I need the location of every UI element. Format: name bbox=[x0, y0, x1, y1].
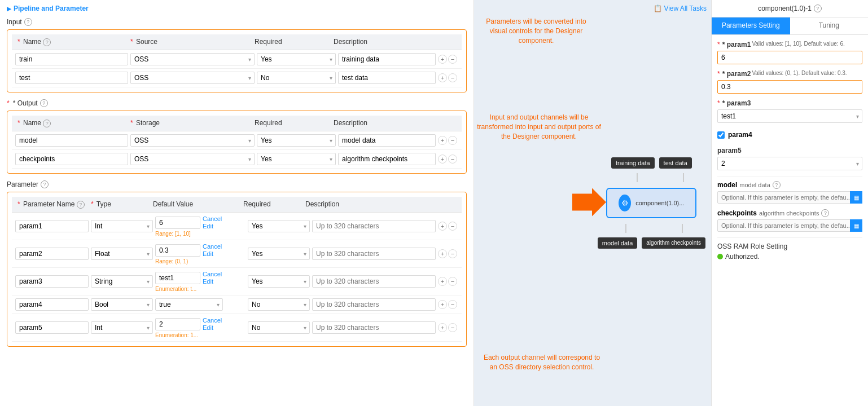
rm-param-btn-4[interactable]: − bbox=[448, 323, 457, 332]
right-param5-select[interactable]: 2 bbox=[717, 157, 862, 170]
param-required-2[interactable]: YesNo bbox=[248, 275, 310, 288]
out-name-info[interactable]: ? bbox=[43, 120, 51, 127]
output-table: * Name ? * Storage Required Description … bbox=[7, 111, 467, 174]
output-desc-0[interactable] bbox=[338, 134, 436, 147]
input-info-icon[interactable]: ? bbox=[24, 18, 32, 26]
output-desc-1[interactable] bbox=[338, 153, 436, 165]
table-row: OSS YesNo + − bbox=[12, 150, 462, 169]
param-desc-4[interactable] bbox=[312, 321, 436, 334]
remove-output-btn[interactable]: − bbox=[448, 136, 457, 145]
input-required-1[interactable]: NoYes bbox=[257, 72, 336, 84]
model-info-icon[interactable]: ? bbox=[773, 181, 781, 189]
param-name-3[interactable] bbox=[15, 298, 89, 311]
edit-btn-0[interactable]: Edit bbox=[203, 223, 222, 230]
param-default-input-4[interactable] bbox=[155, 318, 200, 330]
table-row: OSS YesNo + − bbox=[12, 50, 462, 69]
right-checkpoints-input[interactable] bbox=[717, 219, 862, 232]
add-row-btn-1[interactable]: + bbox=[438, 73, 447, 82]
component-info-icon[interactable]: ? bbox=[814, 5, 822, 12]
param-type-0[interactable]: Int bbox=[91, 220, 153, 232]
output-storage-0[interactable]: OSS bbox=[130, 134, 255, 147]
edit-btn-4[interactable]: Edit bbox=[203, 324, 222, 331]
add-param-btn-3[interactable]: + bbox=[438, 300, 447, 309]
edit-btn-1[interactable]: Edit bbox=[203, 250, 222, 257]
add-param-btn-1[interactable]: + bbox=[438, 249, 447, 258]
add-param-btn-4[interactable]: + bbox=[438, 323, 447, 332]
output-table-header: * Name ? * Storage Required Description bbox=[12, 116, 462, 131]
param-type-1[interactable]: Float bbox=[91, 248, 153, 260]
remove-output-btn-1[interactable]: − bbox=[448, 155, 457, 164]
tab-parameters-setting[interactable]: Parameters Setting bbox=[712, 17, 790, 34]
param-desc-2[interactable] bbox=[312, 275, 436, 288]
param-required-0[interactable]: YesNo bbox=[248, 220, 310, 232]
output-col-name: * Name ? bbox=[15, 118, 128, 129]
input-desc-0[interactable] bbox=[338, 53, 436, 65]
rm-param-btn-0[interactable]: − bbox=[448, 222, 457, 231]
cancel-btn-1[interactable]: Cancel bbox=[203, 243, 222, 250]
output-name-0[interactable] bbox=[15, 134, 128, 147]
cancel-btn-2[interactable]: Cancel bbox=[203, 271, 222, 277]
add-param-btn-0[interactable]: + bbox=[438, 222, 447, 231]
param-name-4[interactable] bbox=[15, 321, 89, 334]
add-output-btn-1[interactable]: + bbox=[438, 155, 447, 164]
output-name-1[interactable] bbox=[15, 153, 128, 165]
param-name-info[interactable]: ? bbox=[77, 201, 85, 209]
cancel-btn-0[interactable]: Cancel bbox=[203, 215, 222, 222]
param-required-4[interactable]: NoYes bbox=[248, 321, 310, 334]
add-param-btn-2[interactable]: + bbox=[438, 277, 447, 286]
output-required-1[interactable]: YesNo bbox=[257, 153, 336, 165]
checkpoints-select-btn[interactable]: ▦ bbox=[850, 219, 862, 232]
output-col-description: Description bbox=[331, 118, 458, 129]
param-desc-0[interactable] bbox=[312, 220, 436, 232]
add-output-btn[interactable]: + bbox=[438, 136, 447, 145]
right-param1-input[interactable] bbox=[717, 51, 862, 64]
param-name-0[interactable] bbox=[15, 220, 89, 232]
remove-row-btn[interactable]: − bbox=[448, 55, 457, 64]
param-default-input-0[interactable] bbox=[155, 217, 200, 229]
input-name-0[interactable] bbox=[15, 53, 128, 65]
right-model-input[interactable] bbox=[717, 191, 862, 204]
checkpoints-info-icon[interactable]: ? bbox=[821, 209, 829, 217]
param-desc-3[interactable] bbox=[312, 298, 436, 311]
rm-param-btn-1[interactable]: − bbox=[448, 249, 457, 258]
input-required-0[interactable]: YesNo bbox=[257, 53, 336, 65]
input-source-1[interactable]: OSS bbox=[130, 72, 255, 84]
param-info-icon[interactable]: ? bbox=[41, 180, 49, 188]
edit-btn-2[interactable]: Edit bbox=[203, 278, 222, 285]
add-row-btn[interactable]: + bbox=[438, 55, 447, 64]
param-default-input-2[interactable] bbox=[155, 272, 200, 284]
cancel-btn-4[interactable]: Cancel bbox=[203, 317, 222, 324]
tab-tuning[interactable]: Tuning bbox=[790, 17, 869, 34]
param-type-3[interactable]: Bool bbox=[91, 298, 153, 311]
rm-param-btn-2[interactable]: − bbox=[448, 277, 457, 286]
param-type-4[interactable]: Int bbox=[91, 321, 153, 334]
rm-param-btn-3[interactable]: − bbox=[448, 300, 457, 309]
output-col-storage: * Storage bbox=[128, 118, 252, 129]
right-param4-checkbox[interactable] bbox=[717, 131, 725, 139]
left-panel: ▶ Pipeline and Parameter Input ? * Name … bbox=[0, 0, 474, 406]
input-name-1[interactable] bbox=[15, 72, 128, 84]
output-storage-1[interactable]: OSS bbox=[130, 153, 255, 165]
input-desc-1[interactable] bbox=[338, 72, 436, 84]
remove-row-btn-1[interactable]: − bbox=[448, 73, 457, 82]
right-checkpoints-header: checkpoints algorithm checkpoints ? bbox=[717, 209, 862, 217]
param-type-2[interactable]: String bbox=[91, 275, 153, 288]
param-name-1[interactable] bbox=[15, 248, 89, 260]
param-required-1[interactable]: YesNo bbox=[248, 248, 310, 260]
param-required-3[interactable]: NoYes bbox=[248, 298, 310, 311]
param-default-input-1[interactable] bbox=[155, 244, 200, 257]
table-row: OSS YesNo + − bbox=[12, 131, 462, 150]
right-param3-select[interactable]: test1 bbox=[717, 109, 862, 123]
parameter-table: * Parameter Name ? * Type Default Value … bbox=[7, 192, 467, 347]
param-default-select-3[interactable]: truefalse bbox=[155, 298, 223, 311]
input-source-0[interactable]: OSS bbox=[130, 53, 255, 65]
param-name-2[interactable] bbox=[15, 275, 89, 288]
output-info-icon[interactable]: ? bbox=[40, 99, 48, 107]
output-required-0[interactable]: YesNo bbox=[257, 134, 336, 147]
name-col-info[interactable]: ? bbox=[43, 38, 51, 46]
model-select-btn[interactable]: ▦ bbox=[850, 191, 862, 204]
param-desc-1[interactable] bbox=[312, 248, 436, 260]
right-model-param: model model data ? ▦ bbox=[717, 181, 862, 204]
component-box: ⚙ component(1.0)... bbox=[606, 188, 696, 218]
right-param2-input[interactable] bbox=[717, 80, 862, 94]
